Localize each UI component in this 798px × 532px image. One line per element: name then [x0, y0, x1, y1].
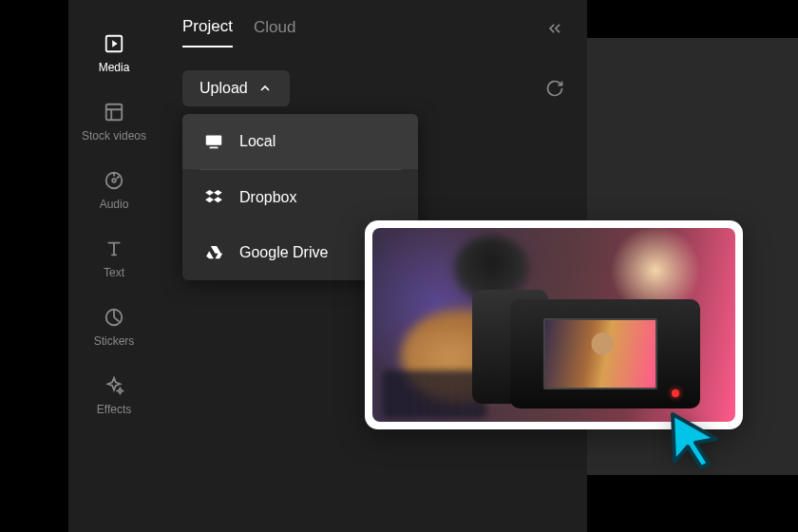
refresh-button[interactable] [545, 79, 564, 98]
svg-point-3 [112, 179, 116, 182]
sidebar-item-stock-videos[interactable]: Stock videos [68, 87, 160, 156]
left-sidebar: Media Stock videos Audio Text Stickers E… [68, 0, 160, 532]
refresh-icon [545, 79, 564, 98]
sidebar-item-label: Audio [100, 198, 129, 211]
dropdown-item-local[interactable]: Local [182, 114, 418, 169]
sidebar-item-text[interactable]: Text [68, 224, 160, 293]
media-preview-thumbnail[interactable] [365, 220, 743, 429]
chevrons-left-icon [545, 19, 564, 38]
chevron-up-icon [257, 81, 273, 96]
sidebar-item-effects[interactable]: Effects [68, 361, 160, 429]
sidebar-item-audio[interactable]: Audio [68, 156, 160, 224]
tab-cloud[interactable]: Cloud [254, 18, 295, 47]
drive-icon [203, 242, 224, 263]
clock-slice-icon [103, 306, 125, 329]
dropdown-item-label: Dropbox [239, 189, 296, 206]
sidebar-item-label: Stock videos [82, 129, 146, 142]
tab-project[interactable]: Project [182, 17, 233, 48]
dropdown-item-label: Local [239, 133, 276, 150]
dropdown-item-label: Google Drive [239, 244, 328, 261]
monitor-icon [203, 131, 224, 152]
disc-icon [103, 169, 125, 192]
svg-rect-6 [209, 147, 218, 149]
svg-rect-5 [206, 136, 222, 145]
sidebar-item-label: Text [104, 266, 124, 279]
dropbox-icon [203, 187, 224, 208]
panel-tabs: Project Cloud [182, 17, 564, 48]
upload-button[interactable]: Upload [182, 70, 290, 106]
sidebar-item-stickers[interactable]: Stickers [68, 293, 160, 361]
sidebar-item-label: Stickers [94, 334, 135, 348]
collapse-panel-button[interactable] [545, 19, 564, 38]
layout-icon [103, 101, 125, 124]
sidebar-item-label: Effects [97, 403, 131, 416]
dropdown-item-dropbox[interactable]: Dropbox [182, 170, 418, 225]
sparkle-icon [103, 374, 125, 397]
thumbnail-image [372, 228, 735, 422]
cursor-pointer-icon [667, 410, 724, 473]
sidebar-item-media[interactable]: Media [68, 19, 160, 87]
play-square-icon [103, 32, 125, 55]
upload-button-label: Upload [200, 80, 248, 97]
upload-row: Upload [182, 70, 564, 106]
sidebar-item-label: Media [99, 61, 130, 74]
type-icon [103, 238, 125, 260]
svg-rect-1 [106, 104, 123, 121]
